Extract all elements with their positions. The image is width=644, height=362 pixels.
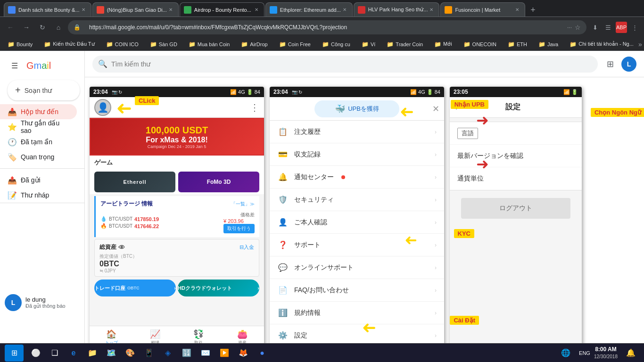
- tab-5[interactable]: HLV Park Hang Seo thứ... ✕: [354, 2, 440, 16]
- hamburger-menu-button[interactable]: ☰: [8, 58, 22, 73]
- bookmark-bounty[interactable]: 📁 Bounty: [4, 39, 36, 49]
- tab-close-2[interactable]: ✕: [167, 6, 174, 14]
- deposit-link[interactable]: ⊟入金: [239, 244, 254, 251]
- account-avatar-button[interactable]: L: [621, 57, 636, 72]
- taskbar-paint-button[interactable]: 🎨: [122, 345, 139, 362]
- upb-button[interactable]: 🐳 UPBを獲得: [314, 100, 399, 117]
- trade-account-btn[interactable]: トレード口座 OBTC ›: [94, 280, 176, 296]
- taskbar-ie-button[interactable]: e: [65, 345, 82, 362]
- taskbar-media-button[interactable]: ▶️: [216, 345, 233, 362]
- pbn-assets[interactable]: 👛 資産: [221, 326, 264, 343]
- search-bar[interactable]: 🔍: [92, 56, 598, 73]
- forward-button[interactable]: →: [20, 21, 33, 34]
- bookmark-onecoin[interactable]: 📁 ONECOIN: [460, 39, 500, 49]
- menu-settings[interactable]: ⚙️ 設定 ›: [270, 324, 444, 343]
- tab-6[interactable]: Fusioncoin | Market ✕: [440, 2, 525, 16]
- sidebar-item-snoozed[interactable]: 🕐 Đã tạm ẩn: [0, 134, 77, 149]
- logout-button[interactable]: ログアウト: [461, 198, 570, 219]
- bookmark-kienthuc[interactable]: 📁 Kiến thức Đầu Tư: [40, 39, 98, 49]
- tab-3[interactable]: Airdrop - Bounty Rento... ✕: [180, 2, 264, 16]
- menu-icon[interactable]: ⋮: [629, 22, 640, 33]
- etheroll-card[interactable]: Etheroll: [94, 172, 175, 192]
- menu-kyc[interactable]: 👤 ご本人確認 ›: [270, 211, 444, 234]
- tab-1[interactable]: Danh sách site Bounty &... ✕: [4, 2, 91, 16]
- taskbar-explorer-button[interactable]: 📁: [84, 345, 101, 362]
- address-more[interactable]: ···: [567, 24, 572, 31]
- tab-4[interactable]: Ethplorer: Ethereum add... ✕: [265, 2, 353, 16]
- tab-close-1[interactable]: ✕: [80, 6, 87, 14]
- menu-order-history[interactable]: 📋 注文履歴 ›: [270, 121, 444, 143]
- tab-close-6[interactable]: ✕: [513, 6, 521, 14]
- settings-currency[interactable]: 通貨単位: [450, 167, 582, 190]
- address-input[interactable]: [83, 20, 564, 34]
- bookmark-muaban[interactable]: 📁 Mua bán Coin: [185, 39, 234, 49]
- taskbar-maps-button[interactable]: 🗺️: [103, 345, 120, 362]
- sidebar-item-starred[interactable]: ⭐ Thư gắn dấu sao: [0, 119, 77, 134]
- gmail-main-content: 🔍 ⊞ L 23:04 📷 ↻: [85, 51, 644, 343]
- taskbar-chrome-button[interactable]: ●: [254, 345, 271, 362]
- taskbar-mail-button[interactable]: ✉️: [197, 345, 214, 362]
- taskbar-search-button[interactable]: ⚪: [27, 345, 44, 362]
- bookmark-java[interactable]: 📁 Java: [535, 39, 562, 49]
- bookmark-vi[interactable]: 📁 Ví: [358, 39, 379, 49]
- bookmark-tradercoin[interactable]: 📁 Trader Coin: [383, 39, 427, 49]
- new-tab-button[interactable]: +: [526, 3, 539, 16]
- download-icon[interactable]: ⬇: [589, 22, 601, 33]
- user-avatar[interactable]: L: [5, 294, 22, 311]
- grid-apps-button[interactable]: ⊞: [602, 56, 619, 73]
- bookmark-coinico[interactable]: 📁 COIN ICO: [102, 39, 142, 49]
- taskbar-calc-button[interactable]: 🔢: [178, 345, 195, 362]
- menu-online-support[interactable]: 💬 オンラインサポート ›: [270, 256, 444, 279]
- menu-income-expense[interactable]: 💳 収支記録 ›: [270, 143, 444, 166]
- taskbar-taskview-button[interactable]: ❑: [46, 345, 63, 362]
- menu-faq[interactable]: 📄 FAQ/お問い合わせ ›: [270, 279, 444, 302]
- language-btn[interactable]: 言語: [457, 128, 478, 139]
- bookmarks-more[interactable]: »: [638, 41, 642, 48]
- bookmark-star-icon[interactable]: ☆: [575, 24, 581, 31]
- taskbar-apps-button[interactable]: ◈: [159, 345, 176, 362]
- taskbar-network-icon[interactable]: 🌐: [557, 345, 574, 362]
- compose-button[interactable]: + Soạn thư: [8, 80, 80, 100]
- tab-close-4[interactable]: ✕: [341, 6, 348, 14]
- menu-security[interactable]: 🛡️ セキュリティ ›: [270, 189, 444, 211]
- bookmark-congcu[interactable]: 📁 Công cu: [318, 39, 354, 49]
- bookmark-sangd[interactable]: 📁 Sàn GD: [146, 39, 181, 49]
- eye-icon[interactable]: 👁: [118, 244, 125, 251]
- bookmark-eth[interactable]: 📁 ETH: [504, 39, 531, 49]
- pbn-trade[interactable]: 💱 取引: [177, 326, 221, 343]
- pbn-market[interactable]: 📈 相場: [133, 326, 177, 343]
- notification-center-button[interactable]: 🔔: [622, 345, 639, 362]
- taskbar-phone-button[interactable]: 📱: [140, 345, 157, 362]
- sidebar-item-drafts[interactable]: 📝 Thư nháp: [0, 188, 77, 203]
- menu-dots-icon[interactable]: ⋮: [250, 102, 259, 113]
- bookmark-coinfree[interactable]: 📁 Coin Free: [275, 39, 314, 49]
- trade-btn[interactable]: 取引を行う: [223, 224, 255, 233]
- tab-2[interactable]: (Nóng)Biup San Giao Di... ✕: [92, 2, 179, 16]
- extensions-icon[interactable]: ☰: [603, 22, 614, 33]
- menu-support[interactable]: ❓ サポート ›: [270, 234, 444, 256]
- menu-terms[interactable]: ℹ️ 規約情報 ›: [270, 302, 444, 324]
- tab-close-3[interactable]: ✕: [253, 6, 260, 14]
- taskbar-firefox-button[interactable]: 🦊: [235, 345, 252, 362]
- reload-button[interactable]: ↻: [36, 21, 49, 34]
- menu-notification[interactable]: 🔔 通知センター ›: [270, 166, 444, 189]
- sidebar-item-important[interactable]: 🏷️ Quan trọng: [0, 149, 77, 165]
- sidebar-item-sent[interactable]: 📤 Đã gửi: [0, 173, 77, 188]
- bookmark-chitiet[interactable]: 📁 Chi tiết tài khoản - Ng...: [566, 39, 637, 49]
- close-btn[interactable]: ✕: [432, 104, 439, 114]
- settings-version-check[interactable]: 最新バージョンを確認: [450, 145, 582, 167]
- search-input[interactable]: [111, 60, 592, 68]
- fomo3d-card[interactable]: FoMo 3D: [178, 172, 259, 192]
- phone1-avatar[interactable]: 👤: [94, 99, 111, 116]
- bookmark-moi[interactable]: 📁 Mới: [430, 39, 456, 49]
- pbn-top[interactable]: 🏠 トップ: [90, 326, 133, 343]
- home-button[interactable]: ⌂: [52, 21, 65, 34]
- cloud-wallet-btn[interactable]: HDクラウドウォレット ›: [178, 280, 259, 296]
- sidebar-item-inbox[interactable]: 📥 Hộp thư đến: [0, 104, 77, 119]
- back-button[interactable]: ←: [4, 21, 17, 34]
- tab-close-5[interactable]: ✕: [428, 6, 435, 14]
- start-button[interactable]: ⊞: [5, 345, 24, 362]
- bookmark-airdrop[interactable]: 📁 AirDrop: [237, 39, 271, 49]
- adblock-icon[interactable]: ABP: [616, 22, 627, 33]
- settings-language[interactable]: 言語: [450, 122, 582, 145]
